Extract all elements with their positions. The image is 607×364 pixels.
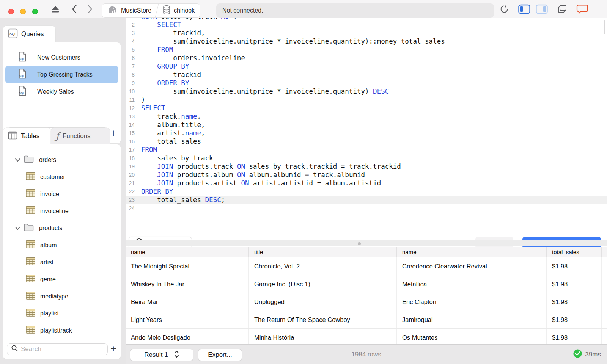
- table-cell[interactable]: Jamiroquai: [397, 311, 547, 328]
- code-line[interactable]: 23 total_sales DESC;: [126, 196, 607, 204]
- splitter-drag-handle-icon[interactable]: [358, 242, 361, 245]
- code-line[interactable]: 22ORDER BY: [126, 187, 607, 196]
- table-row[interactable]: Whiskey In The JarGarage Inc. (Disc 1)Me…: [126, 275, 607, 293]
- table-cell[interactable]: Beira Mar: [126, 293, 249, 311]
- table-cell[interactable]: The Midnight Special: [126, 257, 249, 275]
- pane-splitter[interactable]: [126, 240, 607, 246]
- code-line[interactable]: 2 SELECT: [126, 20, 607, 29]
- forward-icon[interactable]: [85, 0, 95, 18]
- line-number: 20: [126, 171, 138, 179]
- svg-text:SQL: SQL: [9, 32, 16, 36]
- table-cell[interactable]: Eric Clapton: [397, 293, 547, 311]
- table-row-item[interactable]: playlist: [3, 305, 121, 322]
- table-cell[interactable]: Light Years: [126, 311, 249, 328]
- table-row[interactable]: The Midnight SpecialChronicle, Vol. 2Cre…: [126, 257, 607, 275]
- back-icon[interactable]: [69, 0, 80, 18]
- column-header[interactable]: total_sales: [547, 247, 602, 257]
- code-line[interactable]: 12SELECT: [126, 104, 607, 112]
- tab-functions[interactable]: ƒ Functions: [51, 128, 110, 144]
- table-row[interactable]: Ando Meio DesligadoMinha HistóriaOs Muta…: [126, 329, 607, 347]
- export-button[interactable]: Export...: [198, 349, 242, 361]
- eject-icon[interactable]: [50, 0, 61, 18]
- table-row-item[interactable]: mediatype: [3, 288, 121, 305]
- code-line[interactable]: 19 JOIN products.track ON sales_by_track…: [126, 162, 607, 171]
- close-window-button[interactable]: [8, 9, 14, 14]
- query-list-item[interactable]: SQLWeekly Sales: [5, 83, 118, 100]
- minimize-window-button[interactable]: [20, 9, 26, 14]
- sidebar-right-toggle-icon[interactable]: [535, 0, 549, 18]
- tables-search-input[interactable]: [21, 345, 104, 353]
- code-text: album.title,: [138, 121, 205, 129]
- code-line[interactable]: 24: [126, 204, 607, 212]
- line-number: 13: [126, 112, 138, 121]
- editor-scrollbar[interactable]: [604, 20, 605, 34]
- table-cell[interactable]: Ando Meio Desligado: [126, 329, 249, 346]
- code-line[interactable]: 6 orders.invoiceline: [126, 54, 607, 62]
- zoom-window-button[interactable]: [32, 9, 38, 14]
- schema-folder-row[interactable]: orders: [3, 151, 121, 168]
- add-query-button[interactable]: +: [110, 127, 117, 139]
- table-row[interactable]: Beira MarUnpluggedEric Clapton$1.98: [126, 293, 607, 311]
- table-cell[interactable]: Metallica: [397, 275, 547, 293]
- code-line[interactable]: 8 trackid: [126, 71, 607, 79]
- code-line[interactable]: 11): [126, 96, 607, 104]
- table-row-item[interactable]: album: [3, 237, 121, 254]
- tab-queries[interactable]: SQL Queries: [3, 26, 55, 42]
- schema-folder-row[interactable]: products: [3, 220, 121, 237]
- table-cell[interactable]: $1.98: [547, 257, 602, 275]
- table-row-item[interactable]: invoice: [3, 185, 121, 202]
- code-line[interactable]: 15 artist.name,: [126, 129, 607, 137]
- table-row-item[interactable]: invoiceline: [3, 202, 121, 220]
- sql-file-icon: SQL: [18, 69, 27, 80]
- code-line[interactable]: 17FROM: [126, 146, 607, 154]
- table-row-item[interactable]: playlisttrack: [3, 322, 121, 339]
- add-table-button[interactable]: +: [110, 343, 117, 355]
- code-line[interactable]: 16 total_sales: [126, 137, 607, 146]
- table-cell[interactable]: $1.98: [547, 293, 602, 311]
- query-list-item[interactable]: SQLTop Grossing Tracks: [5, 66, 118, 83]
- code-line[interactable]: 3 trackid,: [126, 29, 607, 37]
- code-line[interactable]: 20 JOIN products.album ON album.albumid …: [126, 171, 607, 179]
- feedback-bubble-icon[interactable]: [575, 0, 590, 18]
- table-cell[interactable]: Creedence Clearwater Revival: [397, 257, 547, 275]
- table-row-item[interactable]: artist: [3, 254, 121, 271]
- tables-search-box[interactable]: [7, 343, 108, 355]
- query-list-item[interactable]: SQLNew Customers: [5, 49, 118, 66]
- table-cell[interactable]: $1.98: [547, 311, 602, 328]
- table-cell[interactable]: Whiskey In The Jar: [126, 275, 249, 293]
- breadcrumb-connection-label[interactable]: MusicStore: [121, 7, 151, 14]
- table-cell[interactable]: The Return Of The Space Cowboy: [249, 311, 397, 328]
- code-line[interactable]: 21 JOIN products.artist ON artist.artist…: [126, 179, 607, 187]
- column-header[interactable]: name: [397, 247, 547, 257]
- chevron-down-icon[interactable]: [13, 226, 22, 230]
- tab-tables[interactable]: Tables: [3, 128, 51, 144]
- table-row[interactable]: Light YearsThe Return Of The Space Cowbo…: [126, 311, 607, 329]
- column-header[interactable]: name: [126, 247, 249, 257]
- code-line[interactable]: 10 sum(invoiceline.unitprice * invoiceli…: [126, 87, 607, 96]
- code-line[interactable]: 4 sum(invoiceline.unitprice * invoicelin…: [126, 37, 607, 46]
- table-row-item[interactable]: genre: [3, 271, 121, 288]
- sidebar-left-toggle-icon[interactable]: [517, 0, 531, 18]
- column-header[interactable]: title: [249, 247, 397, 257]
- code-line[interactable]: 13 track.name,: [126, 112, 607, 121]
- breadcrumb-database-label[interactable]: chinook: [174, 7, 195, 14]
- code-line[interactable]: 5 FROM: [126, 46, 607, 54]
- table-cell[interactable]: $1.98: [547, 275, 602, 293]
- table-cell[interactable]: Chronicle, Vol. 2: [249, 257, 397, 275]
- table-cell[interactable]: Os Mutantes: [397, 329, 547, 346]
- table-row-item[interactable]: customer: [3, 168, 121, 185]
- table-cell[interactable]: Minha História: [249, 329, 397, 346]
- refresh-icon[interactable]: [498, 0, 511, 18]
- table-cell[interactable]: Unplugged: [249, 293, 397, 311]
- table-cell[interactable]: $1.98: [547, 329, 602, 346]
- code-line[interactable]: 7 GROUP BY: [126, 62, 607, 71]
- result-selector[interactable]: Result 1: [130, 349, 193, 361]
- chevron-down-icon[interactable]: [13, 158, 22, 162]
- code-text: artist.name,: [138, 129, 205, 137]
- code-line[interactable]: 9 ORDER BY: [126, 79, 607, 87]
- code-line[interactable]: 14 album.title,: [126, 121, 607, 129]
- table-cell[interactable]: Garage Inc. (Disc 1): [249, 275, 397, 293]
- windows-icon[interactable]: [555, 0, 569, 18]
- sql-editor[interactable]: 1WITH sales_by_track AS (2 SELECT3 track…: [126, 18, 607, 221]
- code-line[interactable]: 18 sales_by_track: [126, 154, 607, 162]
